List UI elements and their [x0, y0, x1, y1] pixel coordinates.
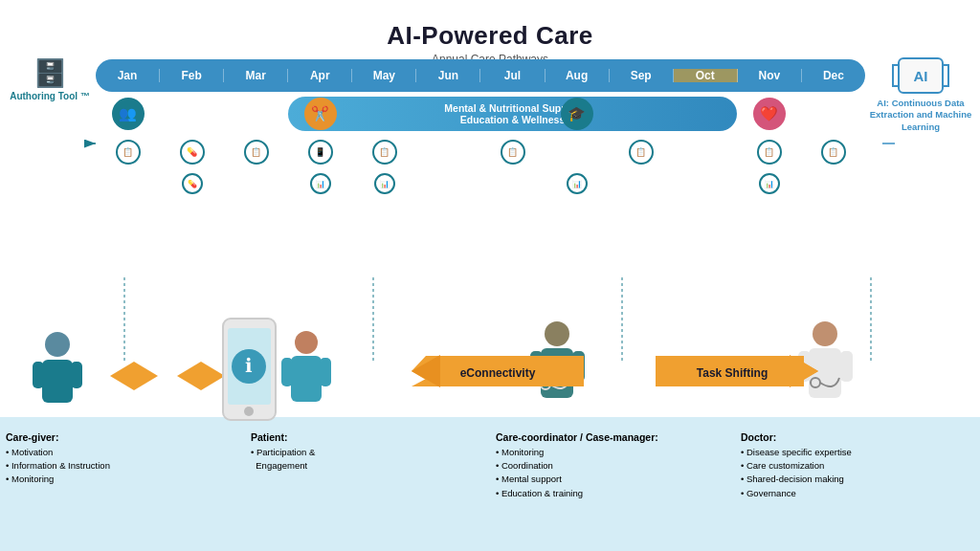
coordinator-item-4: • Education & training [496, 487, 729, 500]
doctor-item-1: • Disease specific expertise [741, 446, 974, 459]
patient-item-1: • Participation & [251, 446, 484, 459]
r3-aug: 📊 [545, 173, 609, 194]
icons-row-2: 📋 💊 📋 📱 📋 📋 📋 📋 📋 [96, 136, 865, 168]
r3-feb-icon: 💊 [182, 173, 203, 194]
doctor-title: Doctor: [741, 430, 974, 446]
r2-feb: 💊 [160, 140, 224, 165]
doctor-item-4: • Governance [741, 487, 974, 500]
svg-marker-39 [794, 357, 818, 386]
header: AI-Powered Care Annual Care Pathways [0, 0, 980, 66]
aug-grad-icon: 🎓 [561, 98, 593, 130]
r2-nov-icon: 📋 [757, 140, 782, 165]
icons-row-1: Mental & Nutritional SupportEducation & … [96, 94, 865, 134]
month-dec: Dec [802, 69, 865, 82]
month-nov: Nov [738, 69, 802, 82]
r2-jul: 📋 [480, 140, 545, 165]
r2-may-icon: 📋 [372, 140, 397, 165]
authoring-tool-panel: 🗄️ Authoring Tool ™ [8, 57, 92, 101]
coordinator-item-2: • Coordination [496, 459, 729, 473]
month-feb: Feb [160, 69, 224, 82]
doctor-item-3: • Shared-decision making [741, 473, 974, 486]
wellness-banner: Mental & Nutritional SupportEducation & … [288, 97, 737, 131]
svg-text:eConnectivity: eConnectivity [460, 366, 536, 380]
svg-point-12 [295, 331, 318, 354]
months-header-bar: Jan Feb Mar Apr May Jun Jul Aug Sep Oct … [96, 59, 865, 92]
jan-icon-cell: 👥 [96, 98, 160, 130]
nov-icon-cell: ❤️ [737, 98, 801, 130]
svg-rect-9 [42, 360, 73, 403]
task-shifting-section: Task Shifting [656, 351, 818, 395]
svg-rect-14 [281, 358, 293, 386]
r2-jan-icon: 📋 [116, 140, 141, 165]
r3-may: 📊 [352, 173, 416, 194]
doctor-item-2: • Care customization [741, 459, 974, 473]
month-aug: Aug [546, 69, 610, 82]
month-jun: Jun [416, 69, 480, 82]
r2-apr: 📱 [288, 140, 352, 165]
ai-chip-icon: AI [898, 57, 944, 94]
coordinator-item-1: • Monitoring [496, 446, 729, 459]
patient-col: Patient: • Participation & Engagement [245, 427, 490, 551]
month-jul: Jul [480, 69, 545, 82]
timeline-section: Jan Feb Mar Apr May Jun Jul Aug Sep Oct … [96, 59, 865, 199]
jan-community-icon: 👥 [112, 98, 145, 130]
caregiver-text: Care-giver: • Motivation • Information &… [0, 427, 245, 491]
page-title: AI-Powered Care [0, 10, 980, 51]
database-icon: 🗄️ [8, 57, 92, 89]
doctor-text: Doctor: • Disease specific expertise • C… [735, 427, 980, 504]
ai-panel: AI AI: Continuous Data Extraction and Ma… [869, 57, 972, 133]
svg-rect-13 [291, 356, 322, 402]
ai-description: AI: Continuous Data Extraction and Machi… [869, 98, 972, 133]
patient-figure [278, 327, 335, 427]
patient-title: Patient: [251, 430, 484, 446]
month-sep: Sep [610, 69, 674, 82]
caregiver-title: Care-giver: [6, 430, 239, 446]
r2-sep: 📋 [609, 140, 673, 165]
patient-item-2: Engagement [251, 459, 484, 473]
caregiver-item-1: • Motivation [6, 446, 239, 459]
r2-nov: 📋 [737, 140, 801, 165]
r3-feb: 💊 [160, 173, 224, 194]
month-oct: Oct [674, 69, 738, 82]
patient-text: Patient: • Participation & Engagement [245, 427, 490, 476]
svg-rect-10 [33, 362, 44, 388]
r2-feb-icon: 💊 [180, 140, 205, 165]
month-may: May [352, 69, 416, 82]
r2-mar-icon: 📋 [244, 140, 269, 165]
svg-point-30 [244, 407, 254, 416]
coordinator-item-3: • Mental support [496, 473, 729, 486]
r2-dec: 📋 [801, 140, 865, 165]
personas-row: Care-giver: • Motivation • Information &… [0, 427, 980, 551]
orange-arrows-1 [110, 357, 225, 395]
r2-jul-icon: 📋 [501, 140, 525, 165]
doctor-col: Doctor: • Disease specific expertise • C… [735, 427, 980, 551]
phone-svg: ℹ [218, 317, 280, 422]
caregiver-col: Care-giver: • Motivation • Information &… [0, 427, 245, 551]
r3-nov: 📊 [737, 173, 801, 194]
patient-svg [278, 327, 335, 423]
page-layout: AI-Powered Care Annual Care Pathways 🗄️ … [0, 0, 980, 551]
caregiver-figure [29, 327, 86, 427]
apr-tool-icon: ✂️ [304, 98, 337, 130]
r2-jan: 📋 [96, 140, 160, 165]
coordinator-text: Care-coordinator / Case-manager: • Monit… [490, 427, 735, 504]
r2-dec-icon: 📋 [821, 140, 846, 165]
r3-aug-icon: 📊 [567, 173, 588, 194]
svg-text:ℹ: ℹ [245, 355, 253, 376]
coordinator-col: Care-coordinator / Case-manager: • Monit… [490, 427, 735, 551]
svg-point-8 [45, 332, 70, 357]
icons-row-3: 💊 📊 📊 📊 📊 [96, 168, 865, 199]
svg-rect-11 [71, 362, 82, 388]
r2-sep-icon: 📋 [629, 140, 654, 165]
svg-point-21 [813, 321, 837, 346]
r2-may: 📋 [352, 140, 416, 165]
r3-apr-icon: 📊 [310, 173, 331, 194]
r2-apr-icon: 📱 [308, 140, 333, 165]
authoring-tool-label: Authoring Tool ™ [8, 91, 92, 101]
r3-may-icon: 📊 [374, 173, 395, 194]
caregiver-svg [29, 327, 86, 423]
coordinator-title: Care-coordinator / Case-manager: [496, 430, 729, 446]
nov-heart-icon: ❤️ [753, 98, 786, 130]
caregiver-item-2: • Information & Instruction [6, 459, 239, 473]
svg-marker-31 [110, 362, 158, 390]
